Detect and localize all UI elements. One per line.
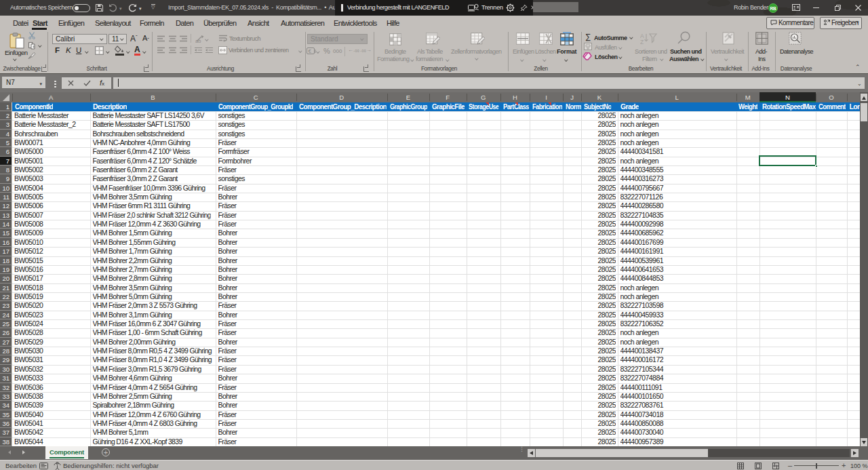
svg-text:ab: ab bbox=[195, 38, 201, 43]
svg-text:Z: Z bbox=[640, 39, 644, 45]
svg-text:€: € bbox=[309, 48, 312, 54]
